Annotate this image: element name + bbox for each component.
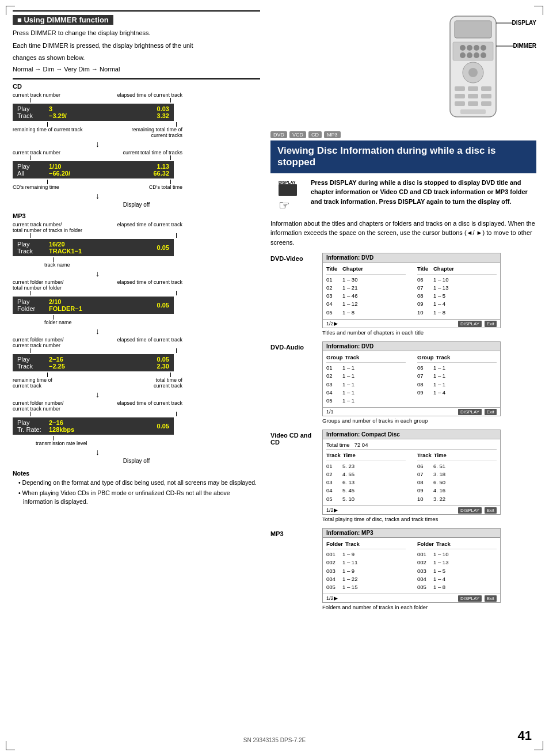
dvd-a-col1-h1: Group: [326, 354, 345, 362]
vcd-col1-h1: Track: [326, 451, 343, 459]
mp3-arrow2: ↓: [13, 326, 182, 336]
mp3-ann-folder-num2: current folder number/: [13, 400, 64, 406]
vcd-v1-1: 5. 23: [342, 462, 354, 470]
vcd-v2-5: 3. 22: [433, 495, 445, 503]
video-cd-label: Video CD and CD: [270, 430, 322, 446]
mp3-p-f2-1: 001: [417, 550, 433, 559]
mp3-box3-v4: 2.30: [157, 363, 169, 370]
dvd-a-t2-3: 1 – 1: [433, 381, 445, 389]
dvd-c1-3: 1 – 46: [342, 292, 357, 300]
mp3-p-r2b: 0021 – 13: [417, 559, 497, 567]
vcd-r3b: 086. 50: [417, 478, 497, 487]
dvd-video-row2b: 071 – 13: [417, 284, 497, 292]
dvd-audio-exit-btn[interactable]: Exit: [485, 409, 497, 415]
vcd-v1-2: 4. 55: [342, 470, 354, 478]
svg-rect-13: [455, 86, 465, 91]
mp3-panel-col1-header: Folder Track: [326, 540, 406, 549]
dvd-a-t2-1: 1 – 1: [433, 364, 445, 372]
dvd-a-g1-2: 02: [326, 372, 342, 380]
mp3-box4-v1: 2−16: [49, 419, 157, 426]
mp3-p-f2-4: 004: [417, 575, 433, 583]
dvd-video-row5b: 101 – 8: [417, 309, 497, 317]
mp3-box2-l2: Folder: [17, 305, 49, 312]
dvd-t1-3: 03: [326, 292, 342, 300]
video-cd-caption: Total playing time of disc, tracks and t…: [322, 516, 501, 522]
vcd-r2: 024. 55: [326, 470, 406, 478]
cd-arrow1: ↓: [13, 139, 182, 149]
svg-point-9: [474, 52, 479, 58]
vcd-col1-h2: Time: [343, 451, 359, 459]
dvd-audio-col1: Group Track 011 – 1 021 – 1 031 – 1 041 …: [326, 354, 406, 405]
video-cd-play-icon: ▶: [334, 507, 338, 513]
vcd-t2-4: 09: [417, 487, 433, 495]
video-cd-exit-btn[interactable]: Exit: [485, 507, 497, 514]
mp3-p-f1-3: 003: [326, 567, 342, 575]
mp3-panel-footer-btns: DISPLAY Exit: [458, 595, 497, 601]
mp3-box4-v2: 128kbps: [49, 426, 157, 433]
mp3-p-t1-4: 1 – 22: [342, 575, 357, 583]
mp3-panel-exit-btn[interactable]: Exit: [485, 595, 497, 602]
vcd-r4: 045. 45: [326, 487, 406, 495]
vcd-r4b: 094. 16: [417, 487, 497, 495]
mp3-p-f1-2: 002: [326, 559, 342, 567]
mp3-ann-track-num2: current track number: [13, 406, 64, 412]
mp3-p-t1-5: 1 – 15: [342, 583, 357, 591]
mp3-ann-rem2: current track: [13, 383, 52, 389]
video-cd-display-btn[interactable]: DISPLAY: [458, 507, 482, 514]
viewing-text1: Press DISPLAY during while a disc is sto…: [311, 178, 536, 213]
mp3-box3-l2: Track: [17, 363, 49, 370]
mp3-panel-col2: Folder Track 0011 – 10 0021 – 13 0031 – …: [417, 540, 497, 592]
cd-box1-v4: 3.32: [157, 112, 169, 119]
vcd-v2-3: 6. 50: [433, 478, 445, 487]
dvd-c1-1: 1 – 30: [342, 276, 357, 284]
mp3-p-r5: 0051 – 15: [326, 583, 406, 591]
mp3-p-t2-2: 1 – 13: [433, 559, 448, 567]
cd-box2-v1: 1/10: [49, 163, 153, 170]
svg-point-5: [474, 45, 479, 51]
video-cd-footer-btns: DISPLAY Exit: [458, 507, 497, 513]
vcd-r5b: 103. 22: [417, 495, 497, 503]
mp3-p-f2-5: 005: [417, 583, 433, 591]
mp3-transmission-ann: transmission rate level: [13, 436, 182, 446]
mp3-p-r4b: 0041 – 4: [417, 575, 497, 583]
display-icon-area: DISPLAY ☞: [270, 178, 305, 213]
dvd-c2-4: 1 – 4: [433, 300, 445, 308]
mp3-p-r1: 0011 – 9: [326, 550, 406, 559]
mp3-box4-l2: Tr. Rate:: [17, 426, 49, 433]
dvd-video-page: 1/2: [326, 321, 334, 326]
dvd-video-display-btn[interactable]: DISPLAY: [458, 321, 482, 327]
mp3-p-r3b: 0031 – 5: [417, 567, 497, 575]
mp3-p-f1-4: 004: [326, 575, 342, 583]
dvd-audio-display-btn[interactable]: DISPLAY: [458, 409, 482, 415]
dvd-t1-1: 01: [326, 276, 342, 284]
mp3-ann-elapsed: elapsed time of current track: [117, 222, 182, 233]
dvd-audio-caption: Groups and number of tracks in each grou…: [322, 417, 501, 424]
video-cd-col2: Track Time 066. 51 073. 18 086. 50 094. …: [417, 451, 497, 503]
cd-label: CD: [13, 83, 260, 90]
dvd-a-g2-2: 07: [417, 372, 433, 380]
mp3-p-r2: 0021 – 11: [326, 559, 406, 567]
right-column: DISPLAY DIMMER DVD VCD CD MP3 Viewing Di…: [270, 10, 536, 616]
cd-ann-rem-right2: current tracks: [131, 132, 182, 138]
dvd-video-exit-btn[interactable]: Exit: [485, 321, 497, 327]
page-number: 41: [518, 728, 532, 743]
dvd-a-t2-4: 1 – 4: [433, 389, 445, 397]
dvd-t1-4: 04: [326, 300, 342, 308]
dvd-video-row2: 021 – 21: [326, 284, 406, 292]
dvd-video-caption: Titles and number of chapters in each ti…: [322, 329, 501, 336]
mp3-label: MP3: [13, 212, 260, 219]
video-cd-col2-header: Track Time: [417, 451, 497, 461]
mp3-panel-display-btn[interactable]: DISPLAY: [458, 595, 482, 602]
dvd-a-t1-5: 1 – 1: [342, 397, 354, 405]
svg-rect-17: [468, 94, 478, 98]
dvd-audio-r2: 021 – 1: [326, 372, 406, 380]
mp3-display-box1: Play Track 16/20 TRACK1−1 0.05: [13, 239, 174, 256]
dvd-audio-col2: Group Track 061 – 1 071 – 1 081 – 1 091 …: [417, 354, 497, 405]
mp3-box4-v3: 0.05: [157, 423, 169, 430]
format-dvd: DVD: [270, 131, 287, 138]
mp3-box2-v3: 0.05: [157, 302, 169, 309]
video-cd-footer: 1/2 ▶ DISPLAY Exit: [323, 506, 500, 514]
svg-rect-22: [460, 109, 486, 114]
mp3-arrow3: ↓: [13, 390, 182, 399]
dvd-a-g2-3: 08: [417, 381, 433, 389]
